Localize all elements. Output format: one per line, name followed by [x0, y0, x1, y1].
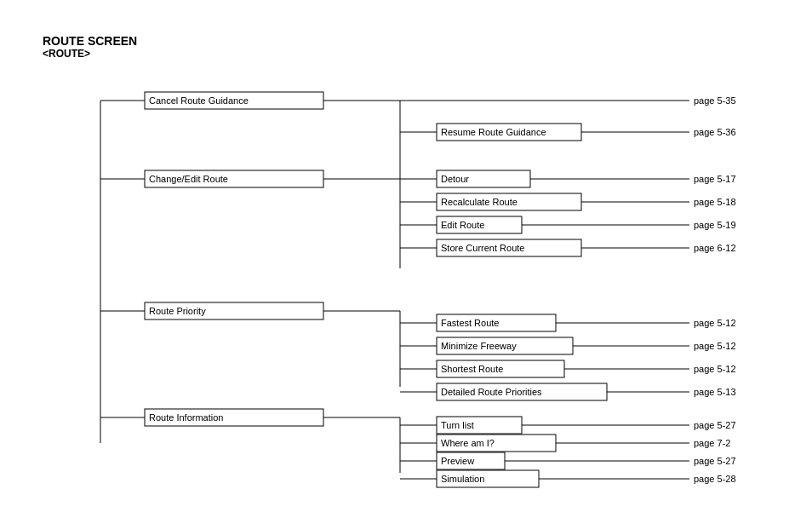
svg-text:Simulation: Simulation: [441, 474, 484, 484]
svg-text:Resume Route Guidance: Resume Route Guidance: [441, 127, 546, 137]
svg-text:page 7-2: page 7-2: [694, 438, 730, 448]
svg-text:page 6-12: page 6-12: [694, 243, 736, 253]
page-container: ROUTE SCREEN <ROUTE>: [0, 0, 812, 503]
svg-text:Store Current Route: Store Current Route: [441, 243, 524, 253]
svg-text:Route Information: Route Information: [149, 412, 223, 423]
svg-text:page 5-28: page 5-28: [694, 474, 736, 484]
svg-text:Turn list: Turn list: [441, 420, 474, 430]
svg-text:page 5-19: page 5-19: [694, 220, 736, 230]
svg-text:Cancel Route Guidance: Cancel Route Guidance: [149, 95, 249, 106]
svg-text:Preview: Preview: [441, 456, 474, 466]
svg-text:Change/Edit Route: Change/Edit Route: [149, 174, 228, 184]
svg-text:page 5-13: page 5-13: [694, 387, 736, 397]
svg-text:page 5-18: page 5-18: [694, 197, 736, 207]
title-section: ROUTE SCREEN <ROUTE>: [43, 34, 769, 60]
svg-text:Detour: Detour: [441, 174, 469, 184]
tree-svg: Cancel Route Guidance Resume Route Guida…: [43, 77, 775, 486]
svg-text:page 5-12: page 5-12: [694, 318, 736, 328]
svg-text:Detailed Route Priorities: Detailed Route Priorities: [441, 387, 542, 397]
svg-text:page 5-12: page 5-12: [694, 364, 736, 374]
sub-title: <ROUTE>: [43, 48, 769, 60]
diagram-container: Cancel Route Guidance Resume Route Guida…: [43, 77, 775, 486]
svg-text:Route Priority: Route Priority: [149, 306, 206, 316]
svg-text:page 5-27: page 5-27: [694, 456, 736, 466]
svg-text:page 5-17: page 5-17: [694, 174, 736, 184]
svg-text:page 5-27: page 5-27: [694, 420, 736, 430]
svg-text:Where am I?: Where am I?: [441, 438, 495, 448]
svg-text:page 5-36: page 5-36: [694, 127, 736, 137]
svg-text:Fastest Route: Fastest Route: [441, 318, 499, 328]
svg-text:page 5-12: page 5-12: [694, 341, 736, 351]
svg-text:page 5-35: page 5-35: [694, 95, 736, 106]
main-title: ROUTE SCREEN: [43, 34, 769, 48]
svg-text:Minimize Freeway: Minimize Freeway: [441, 341, 517, 351]
svg-text:Shortest Route: Shortest Route: [441, 364, 503, 374]
svg-text:Edit Route: Edit Route: [441, 220, 484, 230]
svg-text:Recalculate Route: Recalculate Route: [441, 197, 518, 207]
